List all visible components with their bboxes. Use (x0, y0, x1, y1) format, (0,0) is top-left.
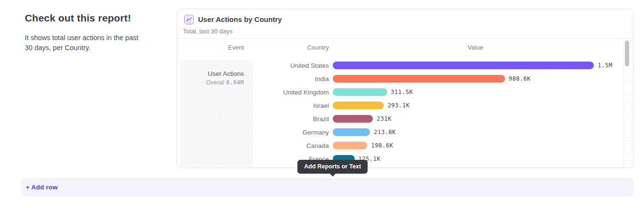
line-chart-icon (184, 15, 194, 24)
value-label: 293.1K (388, 102, 410, 109)
value-bar[interactable] (333, 115, 373, 123)
value-label: 988.6K (509, 75, 531, 82)
report-title[interactable]: User Actions by Country (198, 15, 282, 23)
chart-row: India988.6K (177, 72, 623, 85)
chart-row: Israel293.1K (177, 99, 623, 112)
value-label: 198.6K (371, 142, 393, 149)
chart-row: Brazil231K (177, 112, 623, 125)
country-label: United States (177, 62, 329, 69)
chart-scrollbar-thumb[interactable] (625, 41, 629, 66)
country-label: Brazil (177, 115, 329, 123)
chart-rows: United States1.5MIndia988.6KUnited Kingd… (177, 59, 623, 166)
value-label: 311.5K (391, 89, 413, 95)
chart-row: Canada198.6K (177, 139, 623, 152)
page: { "intro": { "title": "Check out this re… (0, 0, 644, 208)
intro-description: It shows total user actions in the past … (25, 33, 144, 53)
country-label: Canada (177, 142, 329, 149)
chart-row: United Kingdom311.5K (177, 85, 623, 99)
value-bar[interactable] (333, 128, 370, 136)
country-label: Israel (177, 102, 329, 109)
country-label: Germany (177, 129, 329, 136)
column-header-country: Country (249, 44, 329, 51)
chart-body: Event Country Value User Actions Overall… (177, 39, 633, 167)
report-subtitle: Total, last 30 days (183, 28, 232, 35)
add-reports-tooltip: Add Reports or Text (297, 160, 368, 174)
country-label: India (177, 75, 329, 83)
report-card: User Actions by Country Total, last 30 d… (177, 9, 633, 168)
value-label: 213.8K (374, 129, 396, 135)
chart-scrollbar-track[interactable] (623, 39, 633, 167)
value-bar[interactable] (333, 102, 384, 109)
value-bar[interactable] (333, 142, 367, 149)
chart-row: United States1.5M (177, 59, 623, 72)
column-header-value: Value (444, 44, 507, 51)
add-row-button[interactable]: + Add row (21, 178, 634, 197)
chart-row: Germany213.8K (177, 125, 623, 139)
report-card-header: User Actions by Country Total, last 30 d… (177, 9, 633, 39)
country-label: United Kingdom (177, 89, 329, 96)
intro-section: Check out this report! It shows total us… (25, 12, 144, 53)
chart-row: France125.1K (177, 152, 623, 166)
value-bar[interactable] (333, 75, 505, 83)
column-header-event: Event (177, 44, 244, 51)
intro-title: Check out this report! (25, 12, 144, 24)
value-bar[interactable] (333, 88, 387, 96)
add-row-label: + Add row (26, 184, 58, 191)
value-bar[interactable] (333, 62, 594, 69)
value-label: 231K (377, 115, 391, 122)
value-label: 1.5M (598, 62, 612, 69)
